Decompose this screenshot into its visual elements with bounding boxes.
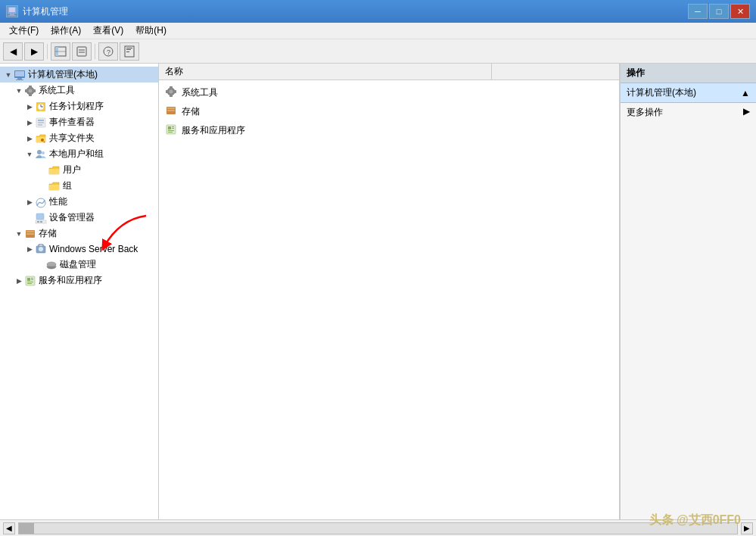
properties-button[interactable] [72, 42, 92, 61]
back-button[interactable]: ◀ [3, 42, 23, 61]
svg-rect-58 [170, 86, 173, 89]
services-label: 服务和应用程序 [39, 274, 102, 287]
local-users-icon [35, 148, 47, 160]
scroll-right-button[interactable]: ▶ [741, 522, 753, 534]
tree-event-viewer[interactable]: ▶ 事件查看器 [0, 114, 158, 130]
svg-rect-54 [31, 279, 33, 280]
tree-local-users[interactable]: ▼ 本地用户和组 [0, 146, 158, 162]
system-tools-expand-icon[interactable]: ▼ [14, 87, 24, 95]
title-bar-left: 计算机管理 [6, 5, 68, 18]
task-scheduler-label: 任务计划程序 [49, 100, 104, 113]
svg-rect-60 [166, 90, 168, 93]
tree-users[interactable]: 用户 [0, 162, 158, 178]
tree-performance[interactable]: ▶ 性能 [0, 194, 158, 210]
svg-rect-71 [168, 132, 173, 132]
menu-action[interactable]: 操作(A) [45, 23, 87, 39]
window-title: 计算机管理 [23, 5, 68, 18]
local-users-expand-icon[interactable]: ▼ [24, 151, 35, 158]
status-bar: ◀ ▶ [0, 519, 756, 536]
svg-rect-44 [26, 231, 34, 232]
tree-device-manager[interactable]: 设备管理器 [0, 210, 158, 226]
center-item-storage[interactable]: 存储 [159, 102, 619, 121]
menu-help[interactable]: 帮助(H) [129, 23, 173, 39]
main-container: ▼ 计算机管理(本地) ▼ [0, 64, 756, 519]
center-content: 系统工具 存储 [159, 80, 619, 519]
disk-icon [45, 259, 58, 271]
svg-rect-59 [170, 95, 173, 97]
center-item-system-tools[interactable]: 系统工具 [159, 83, 619, 102]
svg-rect-19 [16, 79, 23, 80]
menu-view[interactable]: 查看(V) [87, 23, 129, 39]
root-expand-icon[interactable]: ▼ [3, 71, 14, 79]
toolbar: ◀ ▶ ? [0, 39, 756, 64]
right-primary-label: 计算机管理(本地) [627, 86, 696, 99]
menu-file[interactable]: 文件(F) [3, 23, 45, 39]
svg-rect-65 [167, 110, 175, 111]
tree-storage[interactable]: ▼ 存储 [0, 226, 158, 242]
column-name: 名称 [159, 64, 492, 79]
center-storage-icon [165, 104, 177, 119]
center-item-services-label: 服务和应用程序 [182, 124, 245, 137]
title-controls: ─ □ ✕ [688, 4, 750, 19]
services-expand-icon[interactable]: ▶ [14, 277, 24, 285]
task-scheduler-expand-icon[interactable]: ▶ [24, 103, 35, 111]
tree-panel: ▼ 计算机管理(本地) ▼ [0, 64, 159, 519]
svg-rect-3 [8, 15, 16, 16]
disk-label: 磁盘管理 [60, 258, 96, 271]
close-button[interactable]: ✕ [730, 4, 750, 19]
svg-rect-7 [77, 47, 86, 56]
tree-disk-management[interactable]: 磁盘管理 [0, 257, 158, 273]
help-button[interactable]: ? [98, 42, 118, 61]
users-folder-icon [48, 164, 61, 176]
svg-point-50 [47, 262, 56, 266]
shared-folders-expand-icon[interactable]: ▶ [24, 135, 35, 142]
system-tools-icon [24, 85, 36, 97]
backup-expand-icon[interactable]: ▶ [24, 245, 35, 253]
event-viewer-expand-icon[interactable]: ▶ [24, 119, 35, 126]
performance-label: 性能 [49, 195, 67, 208]
svg-rect-14 [126, 49, 131, 50]
scroll-track[interactable] [18, 522, 738, 534]
tree-root[interactable]: ▼ 计算机管理(本地) [0, 67, 158, 83]
svg-rect-13 [126, 48, 132, 48]
svg-rect-69 [172, 128, 174, 129]
backup-label: Windows Server Back [49, 244, 138, 254]
storage-expand-icon[interactable]: ▼ [14, 230, 24, 238]
task-scheduler-icon [35, 101, 47, 113]
users-label: 用户 [63, 164, 81, 176]
svg-text:?: ? [107, 48, 110, 56]
center-item-storage-label: 存储 [182, 105, 200, 118]
right-primary-arrow: ▲ [741, 88, 750, 98]
svg-point-25 [29, 89, 33, 92]
svg-rect-67 [168, 126, 171, 129]
svg-point-37 [42, 151, 45, 154]
maximize-button[interactable]: □ [709, 4, 729, 19]
right-panel-header: 操作 [621, 64, 756, 83]
tree-services[interactable]: ▶ 服务和应用程序 [0, 273, 158, 288]
forward-button[interactable]: ▶ [24, 42, 44, 61]
minimize-button[interactable]: ─ [688, 4, 708, 19]
device-manager-label: 设备管理器 [49, 211, 95, 224]
svg-rect-68 [172, 126, 174, 127]
right-more-actions[interactable]: 更多操作 ▶ [621, 103, 756, 122]
svg-rect-56 [27, 283, 32, 284]
tree-groups[interactable]: 组 [0, 178, 158, 194]
services-icon [24, 275, 36, 287]
performance-expand-icon[interactable]: ▶ [24, 198, 35, 206]
svg-rect-22 [29, 94, 32, 96]
svg-rect-45 [26, 233, 34, 235]
details-button[interactable] [120, 42, 139, 61]
tree-shared-folders[interactable]: ▶ 共享文件夹 [0, 130, 158, 146]
tree-windows-backup[interactable]: ▶ Windows Server Back [0, 242, 158, 257]
tree-task-scheduler[interactable]: ▶ 任务计划程序 [0, 98, 158, 114]
tree-system-tools[interactable]: ▼ 系统工具 [0, 83, 158, 98]
right-primary-action[interactable]: 计算机管理(本地) ▲ [621, 83, 756, 103]
scroll-left-button[interactable]: ◀ [3, 522, 15, 534]
svg-rect-39 [36, 213, 44, 220]
shared-folder-icon [35, 132, 47, 145]
show-tree-button[interactable] [51, 42, 70, 61]
svg-rect-51 [26, 276, 35, 285]
storage-icon [24, 228, 36, 240]
svg-rect-52 [27, 278, 30, 281]
center-item-services[interactable]: 服务和应用程序 [159, 121, 619, 140]
